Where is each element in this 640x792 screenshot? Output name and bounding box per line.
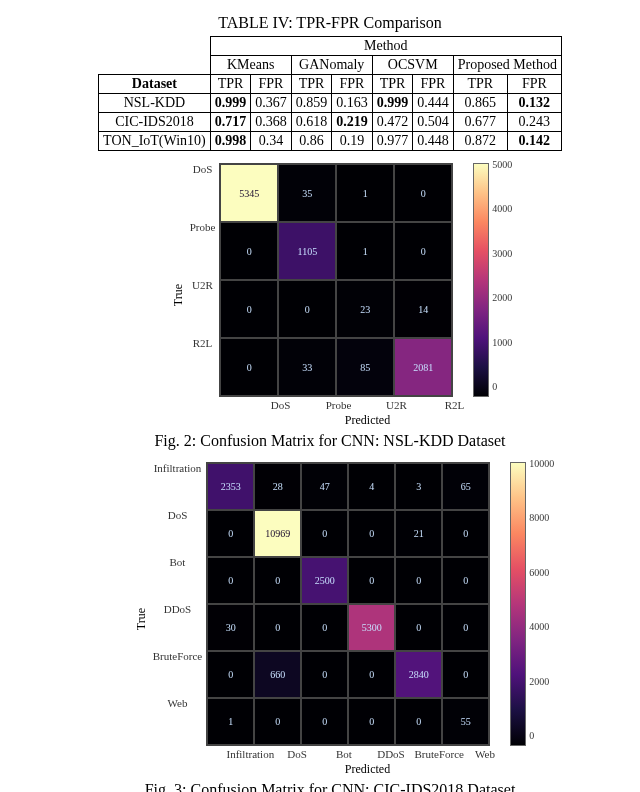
heatmap-cell: 1 [336,164,394,222]
fig3-caption: Fig. 3: Confusion Matrix for CNN: CIC-ID… [10,781,640,792]
metric-header: TPR [210,75,251,94]
heatmap-cell: 0 [301,604,348,651]
fig2-caption: Fig. 2: Confusion Matrix for CNN: NSL-KD… [10,432,640,450]
x-axis-label: Predicted [251,413,483,428]
value-cell: 0.977 [372,132,413,151]
heatmap-cell: 55 [442,698,489,745]
heatmap-cell: 2081 [394,338,452,396]
colorbar-tick: 0 [492,382,512,392]
col-label: DDoS [367,746,414,760]
heatmap-cell: 33 [278,338,336,396]
value-cell: 0.243 [507,113,561,132]
value-cell: 0.367 [251,94,292,113]
heatmap-cell: 0 [207,557,254,604]
colorbar-tick: 1000 [492,338,512,348]
metric-header: TPR [453,75,507,94]
heatmap-cell: 0 [220,280,278,338]
heatmap-cell: 0 [301,651,348,698]
col-label: Bot [320,746,367,760]
value-cell: 0.999 [210,94,251,113]
row-label: Web [168,697,192,744]
value-cell: 0.998 [210,132,251,151]
heatmap-cell: 0 [394,222,452,280]
value-cell: 0.34 [251,132,292,151]
col-label: U2R [367,397,425,411]
value-cell: 0.472 [372,113,413,132]
heatmap-cell: 1105 [278,222,336,280]
dataset-header: Dataset [99,75,211,94]
row-label: BruteForce [153,650,206,697]
colorbar-tick: 5000 [492,160,512,170]
heatmap-cell: 47 [301,463,348,510]
heatmap-cell: 0 [442,604,489,651]
metric-header: TPR [372,75,413,94]
dataset-cell: CIC-IDS2018 [99,113,211,132]
heatmap-cell: 2500 [301,557,348,604]
heatmap-cell: 660 [254,651,301,698]
value-cell: 0.618 [291,113,332,132]
value-cell: 0.19 [332,132,373,151]
row-label: R2L [193,337,217,395]
colorbar-tick: 3000 [492,249,512,259]
value-cell: 0.717 [210,113,251,132]
row-label: DoS [168,509,192,556]
heatmap-cell: 0 [207,510,254,557]
heatmap-cell: 0 [278,280,336,338]
colorbar-tick: 4000 [529,622,554,632]
value-cell: 0.86 [291,132,332,151]
heatmap-cell: 5300 [348,604,395,651]
heatmap-cell: 0 [207,651,254,698]
heatmap-cell: 0 [348,651,395,698]
value-cell: 0.865 [453,94,507,113]
row-label: Infiltration [154,462,206,509]
heatmap-cell: 0 [348,557,395,604]
heatmap-cell: 23 [336,280,394,338]
heatmap-cell: 10969 [254,510,301,557]
col-label: Web [461,746,508,760]
heatmap-cell: 28 [254,463,301,510]
row-label: DoS [193,163,217,221]
colorbar-tick: 2000 [529,677,554,687]
heatmap-cell: 0 [442,557,489,604]
value-cell: 0.448 [413,132,454,151]
colorbar-tick: 4000 [492,204,512,214]
heatmap-cell: 0 [442,510,489,557]
col-label: BruteForce [414,746,461,760]
heatmap-cell: 65 [442,463,489,510]
value-cell: 0.142 [507,132,561,151]
y-axis-label: True [134,608,149,630]
method-col: KMeans [210,56,291,75]
heatmap: TrueInfiltrationDoSBotDDoSBruteForceWeb2… [134,462,526,777]
method-col: GANomaly [291,56,372,75]
value-cell: 0.132 [507,94,561,113]
value-cell: 0.999 [372,94,413,113]
colorbar: 500040003000200010000 [473,163,489,397]
heatmap-cell: 21 [395,510,442,557]
metric-header: TPR [291,75,332,94]
heatmap-cell: 30 [207,604,254,651]
y-axis-label: True [171,284,186,306]
heatmap-cell: 0 [348,698,395,745]
row-label: Probe [190,221,220,279]
method-col: OCSVM [372,56,453,75]
heatmap-cell: 2353 [207,463,254,510]
heatmap-cell: 0 [254,698,301,745]
colorbar-tick: 8000 [529,513,554,523]
metric-header: FPR [332,75,373,94]
heatmap-cell: 1 [336,222,394,280]
table-caption: TABLE IV: TPR-FPR Comparison [10,14,640,32]
heatmap-cell: 2840 [395,651,442,698]
value-cell: 0.677 [453,113,507,132]
heatmap-cell: 85 [336,338,394,396]
heatmap-cell: 0 [301,698,348,745]
value-cell: 0.872 [453,132,507,151]
colorbar: 1000080006000400020000 [510,462,526,746]
row-label: DDoS [164,603,196,650]
colorbar-tick: 6000 [529,568,554,578]
value-cell: 0.504 [413,113,454,132]
heatmap-cell: 0 [395,557,442,604]
row-label: Bot [170,556,190,603]
heatmap-cell: 1 [207,698,254,745]
metric-header: FPR [413,75,454,94]
heatmap-cell: 3 [395,463,442,510]
